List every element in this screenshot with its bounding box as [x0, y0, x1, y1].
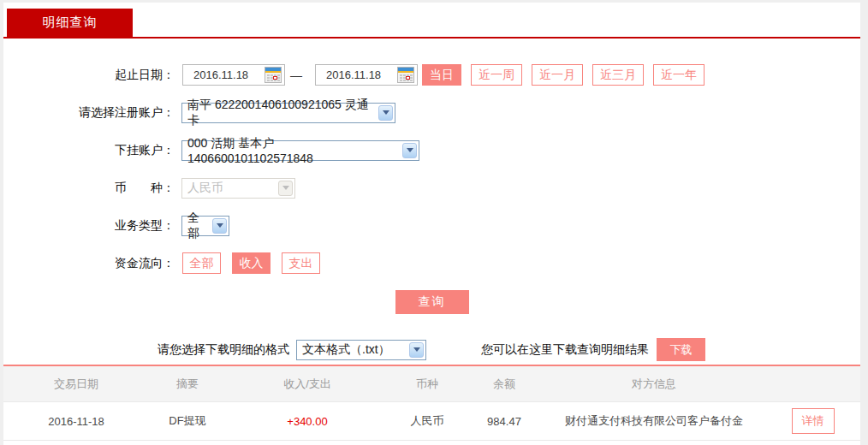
download-format-value: 文本格式（.txt） [302, 342, 390, 358]
download-hint-text: 您可以在这里下载查询明细结果 [481, 342, 649, 358]
date-separator: — [290, 68, 302, 82]
chevron-down-icon [278, 181, 293, 196]
date-range-row: 起止日期： 2016.11.18 [3, 64, 860, 86]
query-button[interactable]: 查询 [395, 290, 469, 314]
cell-trade-date: 2016-11-18 [3, 415, 149, 428]
currency-label: 币 种： [3, 181, 175, 196]
chevron-down-icon [378, 105, 393, 121]
fund-flow-all-button[interactable]: 全部 [182, 252, 221, 274]
start-date-input[interactable]: 2016.11.18 [182, 64, 285, 86]
start-date-value: 2016.11.18 [193, 68, 248, 81]
currency-select: 人民币 [181, 178, 295, 199]
cell-currency: 人民币 [389, 413, 466, 429]
business-type-label: 业务类型： [3, 218, 175, 234]
quick-range-week-button[interactable]: 近一周 [471, 64, 522, 86]
download-button[interactable]: 下载 [657, 338, 705, 361]
cell-balance: 984.47 [466, 415, 543, 428]
tab-detail-query[interactable]: 明细查询 [7, 9, 133, 37]
header-income-expense: 收入/支出 [226, 377, 389, 392]
table-header-row: 交易日期 摘要 收入/支出 币种 余额 对方信息 [3, 366, 860, 402]
sub-account-select[interactable]: 000 活期 基本户 1406600101102571848 [181, 140, 419, 161]
calendar-icon[interactable] [397, 67, 414, 83]
quick-range-today-button[interactable]: 当日 [422, 64, 461, 86]
register-account-select[interactable]: 南平 6222001406100921065 灵通卡 [181, 103, 395, 123]
business-type-select[interactable]: 全部 [181, 216, 229, 236]
download-row: 请您选择下载明细的格式 文本格式（.txt） 您可以在这里下载查询明细结果 下载 [3, 338, 860, 361]
register-account-value: 南平 6222001406100921065 灵通卡 [187, 98, 372, 128]
currency-value: 人民币 [187, 181, 223, 196]
quick-range-year-button[interactable]: 近一年 [653, 64, 705, 86]
chevron-down-icon [212, 218, 227, 234]
end-date-value: 2016.11.18 [326, 68, 381, 81]
register-account-row: 请选择注册账户： 南平 6222001406100921065 灵通卡 [3, 102, 860, 123]
date-range-label: 起止日期： [3, 68, 175, 83]
register-account-label: 请选择注册账户： [3, 105, 175, 121]
download-format-label: 请您选择下载明细的格式 [158, 342, 289, 358]
header-balance: 余额 [466, 377, 543, 392]
fund-flow-income-button[interactable]: 收入 [232, 252, 271, 274]
cell-summary: DF提现 [149, 413, 226, 429]
quick-range-quarter-button[interactable]: 近三月 [592, 64, 644, 86]
fund-flow-label: 资金流向： [3, 256, 175, 271]
query-form: 起止日期： 2016.11.18 [3, 39, 860, 361]
header-counterparty: 对方信息 [543, 377, 765, 392]
result-table: 交易日期 摘要 收入/支出 币种 余额 对方信息 2016-11-18 DF提现… [3, 365, 860, 445]
chevron-down-icon [402, 143, 417, 158]
fund-flow-row: 资金流向： 全部 收入 支出 [3, 252, 860, 274]
business-type-row: 业务类型： 全部 [3, 215, 860, 236]
sub-account-label: 下挂账户： [3, 143, 175, 158]
cell-amount: +340.00 [226, 415, 389, 428]
chevron-down-icon [409, 342, 424, 358]
header-trade-date: 交易日期 [3, 377, 149, 392]
tab-bar: 明细查询 [3, 3, 860, 39]
sub-account-value: 000 活期 基本户 1406600101102571848 [187, 136, 396, 165]
fund-flow-expense-button[interactable]: 支出 [282, 252, 320, 274]
table-row: 2016-11-18 DF提现 +340.00 人民币 984.47 财付通支付… [3, 402, 860, 441]
table-row: 详情 [3, 441, 860, 445]
currency-row: 币 种： 人民币 [3, 177, 860, 199]
header-currency: 币种 [389, 377, 466, 392]
end-date-input[interactable]: 2016.11.18 [315, 64, 418, 86]
calendar-icon[interactable] [265, 67, 282, 83]
content-panel: 明细查询 起止日期： 2016.11.18 [3, 3, 860, 445]
quick-range-month-button[interactable]: 近一月 [532, 64, 583, 86]
download-format-select[interactable]: 文本格式（.txt） [296, 340, 426, 360]
sub-account-row: 下挂账户： 000 活期 基本户 1406600101102571848 [3, 139, 860, 161]
detail-button[interactable]: 详情 [792, 408, 835, 434]
header-summary: 摘要 [149, 377, 226, 392]
business-type-value: 全部 [187, 211, 206, 241]
cell-counterparty: 财付通支付科技有限公司客户备付金 [543, 413, 765, 429]
